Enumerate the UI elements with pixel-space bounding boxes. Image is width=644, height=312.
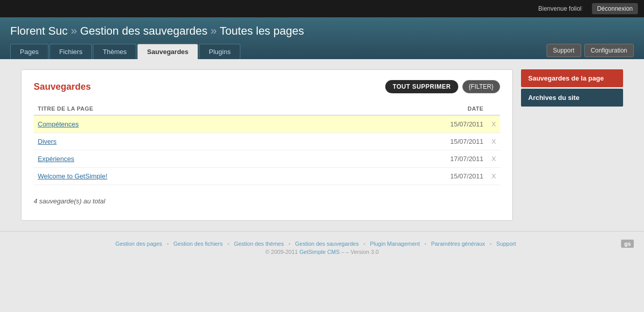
sep-2: • — [227, 241, 229, 247]
saves-table: TITRE DE LA PAGE DATE Compétences15/07/2… — [34, 102, 500, 185]
footer-link-support[interactable]: Support — [497, 241, 516, 247]
delete-button[interactable]: X — [487, 115, 500, 133]
table-header-row: TITRE DE LA PAGE DATE — [34, 102, 500, 115]
nav-right-buttons: Support Configuration — [547, 44, 634, 59]
save-title-link[interactable]: Divers — [38, 138, 57, 145]
table-row: Divers15/07/2011X — [34, 133, 500, 150]
saves-tbody: Compétences15/07/2011XDivers15/07/2011XE… — [34, 115, 500, 185]
save-title-cell: Welcome to GetSimple! — [34, 168, 330, 185]
total-text: 4 sauvegarde(s) au total — [34, 197, 500, 205]
sep-5: • — [425, 241, 427, 247]
support-button[interactable]: Support — [547, 44, 581, 57]
main-panel: Sauvegardes TOUT SUPPRIMER {FILTER} TITR… — [21, 69, 513, 221]
tab-fichiers[interactable]: Fichiers — [49, 44, 92, 59]
getsimple-link[interactable]: GetSimple CMS — [300, 249, 340, 255]
panel-buttons: TOUT SUPPRIMER {FILTER} — [385, 80, 500, 93]
top-bar: Bienvenue foliol! Déconnexion — [0, 0, 644, 17]
col-date-header: DATE — [330, 102, 487, 115]
save-title-link[interactable]: Expériences — [38, 155, 75, 163]
tout-supprimer-button[interactable]: TOUT SUPPRIMER — [385, 80, 458, 93]
col-del-header — [487, 102, 500, 115]
panel-header: Sauvegardes TOUT SUPPRIMER {FILTER} — [34, 80, 500, 93]
save-title-cell: Expériences — [34, 150, 330, 168]
breadcrumb-section: Gestion des sauvegardes — [80, 24, 208, 37]
footer-copyright: © 2009-2011 GetSimple CMS – – Version 3.… — [10, 249, 634, 255]
save-title-link[interactable]: Welcome to GetSimple! — [38, 172, 107, 180]
sep2: » — [211, 24, 220, 37]
welcome-text: Bienvenue foliol — [538, 5, 582, 12]
table-row: Welcome to GetSimple!15/07/2011X — [34, 168, 500, 185]
sep-3: • — [288, 241, 290, 247]
footer-link-fichiers[interactable]: Gestion des fichiers — [174, 241, 223, 247]
footer-link-themes[interactable]: Gestion des thèmes — [234, 241, 284, 247]
sep1: » — [71, 24, 80, 37]
save-title-cell: Compétences — [34, 115, 330, 133]
tab-plugins[interactable]: Plugins — [199, 44, 240, 59]
col-title-header: TITRE DE LA PAGE — [34, 102, 330, 115]
sidebar-archives-button[interactable]: Archives du site — [521, 89, 623, 107]
sep-1: • — [167, 241, 169, 247]
filter-button[interactable]: {FILTER} — [462, 80, 500, 93]
tab-sauvegardes[interactable]: Sauvegardes — [137, 44, 198, 59]
footer-links: gs Gestion des pages • Gestion des fichi… — [10, 241, 634, 247]
tab-pages[interactable]: Pages — [10, 44, 48, 59]
delete-button[interactable]: X — [487, 168, 500, 185]
save-date-cell: 15/07/2011 — [330, 133, 487, 150]
footer-link-params[interactable]: Paramètres généraux — [431, 241, 485, 247]
save-date-cell: 17/07/2011 — [330, 150, 487, 168]
footer-link-pages[interactable]: Gestion des pages — [115, 241, 162, 247]
sidebar-sauvegardes-button[interactable]: Sauvegardes de la page — [521, 69, 623, 87]
sidebar: Sauvegardes de la page Archives du site — [521, 69, 623, 221]
save-date-cell: 15/07/2011 — [330, 168, 487, 185]
header: Florent Suc » Gestion des sauvegardes » … — [0, 17, 644, 59]
gs-logo: gs — [621, 240, 634, 248]
configuration-button[interactable]: Configuration — [584, 44, 634, 57]
footer-link-sauvegardes[interactable]: Gestion des sauvegardes — [295, 241, 359, 247]
delete-button[interactable]: X — [487, 150, 500, 168]
panel-title: Sauvegardes — [34, 82, 91, 92]
version-text: – – Version 3.0 — [341, 249, 379, 255]
breadcrumb-page: Toutes les pages — [220, 24, 304, 37]
tab-themes[interactable]: Thèmes — [93, 44, 136, 59]
nav: Pages Fichiers Thèmes Sauvegardes Plugin… — [10, 44, 634, 59]
save-title-cell: Divers — [34, 133, 330, 150]
sep-6: • — [490, 241, 492, 247]
footer: gs Gestion des pages • Gestion des fichi… — [0, 231, 644, 264]
nav-tabs: Pages Fichiers Thèmes Sauvegardes Plugin… — [10, 44, 240, 59]
breadcrumb-root: Florent Suc — [10, 24, 68, 37]
save-date-cell: 15/07/2011 — [330, 115, 487, 133]
copyright-text: © 2009-2011 — [265, 249, 300, 255]
delete-button[interactable]: X — [487, 133, 500, 150]
table-row: Expériences17/07/2011X — [34, 150, 500, 168]
content-area: Sauvegardes TOUT SUPPRIMER {FILTER} TITR… — [11, 59, 633, 231]
save-title-link[interactable]: Compétences — [38, 120, 79, 128]
breadcrumb-title: Florent Suc » Gestion des sauvegardes » … — [10, 24, 634, 44]
footer-link-plugin[interactable]: Plugin Management — [370, 241, 420, 247]
sep-4: • — [363, 241, 365, 247]
deconnexion-button[interactable]: Déconnexion — [592, 3, 638, 14]
table-row: Compétences15/07/2011X — [34, 115, 500, 133]
